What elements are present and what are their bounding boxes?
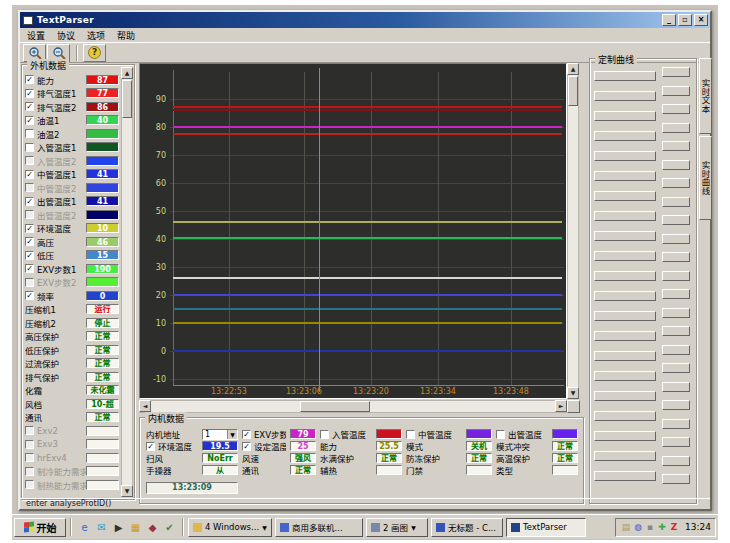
param-checkbox[interactable]: ✓: [25, 89, 34, 98]
outdoor-scrollbar[interactable]: ▲ ▼: [121, 67, 133, 497]
custom-curve-slot[interactable]: [594, 311, 656, 321]
param-checkbox[interactable]: [25, 183, 34, 192]
close-button[interactable]: ×: [694, 14, 708, 26]
param-checkbox[interactable]: [25, 210, 34, 219]
custom-curve-slot[interactable]: [662, 234, 690, 244]
player-icon[interactable]: ▶: [111, 520, 126, 535]
custom-curve-slot[interactable]: [662, 382, 690, 392]
menu-item-协议[interactable]: 协议: [53, 28, 83, 43]
indoor-checkbox[interactable]: [320, 430, 329, 439]
custom-curve-slot[interactable]: [662, 363, 690, 373]
update-icon[interactable]: ▪: [644, 521, 656, 533]
chart-hscrollbar[interactable]: ◄ ►: [139, 400, 567, 413]
indoor-checkbox[interactable]: ✓: [242, 430, 251, 439]
custom-curve-slot[interactable]: [594, 211, 656, 221]
chart-cursor[interactable]: [319, 68, 320, 392]
chevron-down-icon[interactable]: ▼: [227, 430, 237, 439]
param-checkbox[interactable]: [25, 143, 34, 152]
scroll-down-icon[interactable]: ▼: [121, 485, 133, 497]
scroll-up-icon[interactable]: ▲: [567, 63, 579, 75]
param-checkbox[interactable]: ✓: [25, 75, 34, 84]
param-checkbox[interactable]: [25, 129, 34, 138]
custom-curve-slot[interactable]: [594, 171, 656, 181]
printer-icon[interactable]: ▤: [620, 521, 632, 533]
custom-curve-slot[interactable]: [594, 91, 656, 101]
menu-item-设置[interactable]: 设置: [23, 28, 53, 43]
scroll-down-icon[interactable]: ▼: [567, 387, 579, 399]
param-checkbox[interactable]: [25, 467, 34, 476]
indoor-checkbox[interactable]: ✓: [146, 442, 155, 451]
custom-curve-slot[interactable]: [662, 345, 690, 355]
param-checkbox[interactable]: ✓: [25, 170, 34, 179]
maximize-button[interactable]: ▫: [678, 14, 692, 26]
custom-curve-slot[interactable]: [594, 351, 656, 361]
param-checkbox[interactable]: [25, 156, 34, 165]
custom-curve-slot[interactable]: [662, 123, 690, 133]
indoor-checkbox[interactable]: ✓: [242, 442, 251, 451]
custom-curve-slot[interactable]: [662, 160, 690, 170]
custom-curve-slot[interactable]: [662, 271, 690, 281]
mail-icon[interactable]: ✉: [94, 520, 109, 535]
scroll-right-icon[interactable]: ►: [555, 400, 567, 412]
param-checkbox[interactable]: [25, 480, 34, 489]
taskbar-button[interactable]: 4 Windows...▼: [188, 518, 272, 537]
custom-curve-slot[interactable]: [662, 400, 690, 410]
param-checkbox[interactable]: [25, 426, 34, 435]
param-checkbox[interactable]: ✓: [25, 251, 34, 260]
custom-curve-slot[interactable]: [594, 191, 656, 201]
scroll-left-icon[interactable]: ◄: [139, 400, 151, 412]
indoor-address-dropdown[interactable]: 1▼: [202, 429, 238, 440]
param-checkbox[interactable]: [25, 278, 34, 287]
chevron-down-icon[interactable]: ▼: [262, 524, 267, 531]
custom-curve-slot[interactable]: [662, 178, 690, 188]
param-checkbox[interactable]: ✓: [25, 237, 34, 246]
custom-curve-slot[interactable]: [594, 151, 656, 161]
custom-curve-slot[interactable]: [662, 289, 690, 299]
menu-item-帮助[interactable]: 帮助: [113, 28, 143, 43]
custom-curve-slot[interactable]: [662, 437, 690, 447]
custom-curve-slot[interactable]: [662, 456, 690, 466]
scroll-thumb[interactable]: [122, 80, 132, 118]
taskbar-button[interactable]: TextParser: [506, 518, 586, 537]
custom-curve-slot[interactable]: [594, 371, 656, 381]
param-checkbox[interactable]: ✓: [25, 224, 34, 233]
ie-icon[interactable]: e: [77, 520, 92, 535]
param-checkbox[interactable]: ✓: [25, 264, 34, 273]
trend-chart[interactable]: 9080706050403020100-1013:22:5313:23:0613…: [139, 63, 567, 399]
custom-curve-slot[interactable]: [594, 251, 656, 261]
custom-curve-slot[interactable]: [662, 308, 690, 318]
param-checkbox[interactable]: ✓: [25, 116, 34, 125]
custom-curve-slot[interactable]: [594, 231, 656, 241]
custom-curve-slot[interactable]: [662, 215, 690, 225]
custom-curve-slot[interactable]: [662, 67, 690, 77]
indoor-checkbox[interactable]: [496, 430, 505, 439]
custom-curve-slot[interactable]: [594, 131, 656, 141]
custom-curve-slot[interactable]: [662, 104, 690, 114]
custom-curve-slot[interactable]: [594, 291, 656, 301]
taskbar-button[interactable]: 2 画图▼: [366, 518, 428, 537]
custom-curve-slot[interactable]: [662, 86, 690, 96]
custom-curve-slot[interactable]: [594, 271, 656, 281]
minimize-button[interactable]: _: [662, 14, 676, 26]
chart-vscrollbar[interactable]: ▲ ▼: [567, 63, 579, 399]
menu-item-选项[interactable]: 选项: [83, 28, 113, 43]
custom-curve-slot[interactable]: [662, 197, 690, 207]
param-checkbox[interactable]: [25, 453, 34, 462]
scroll-thumb[interactable]: [568, 76, 578, 106]
tab-实时文本[interactable]: 实时文本: [699, 58, 712, 134]
taskbar-button[interactable]: 无标题 - C...: [431, 518, 503, 537]
taskbar-button[interactable]: 商用多联机...: [275, 518, 363, 537]
custom-curve-slot[interactable]: [594, 471, 656, 481]
security-icon[interactable]: ◆: [145, 520, 160, 535]
custom-curve-slot[interactable]: [594, 391, 656, 401]
param-checkbox[interactable]: ✓: [25, 102, 34, 111]
tab-实时曲线[interactable]: 实时曲线: [699, 136, 712, 220]
custom-curve-slot[interactable]: [594, 331, 656, 341]
scroll-thumb[interactable]: [300, 401, 370, 412]
titlebar[interactable]: TextParser _ ▫ ×: [20, 12, 710, 28]
indoor-checkbox[interactable]: [406, 430, 415, 439]
tools-icon[interactable]: ✔: [162, 520, 177, 535]
scroll-up-icon[interactable]: ▲: [121, 67, 133, 79]
custom-curve-slot[interactable]: [594, 411, 656, 421]
help-button[interactable]: ?: [83, 44, 106, 62]
